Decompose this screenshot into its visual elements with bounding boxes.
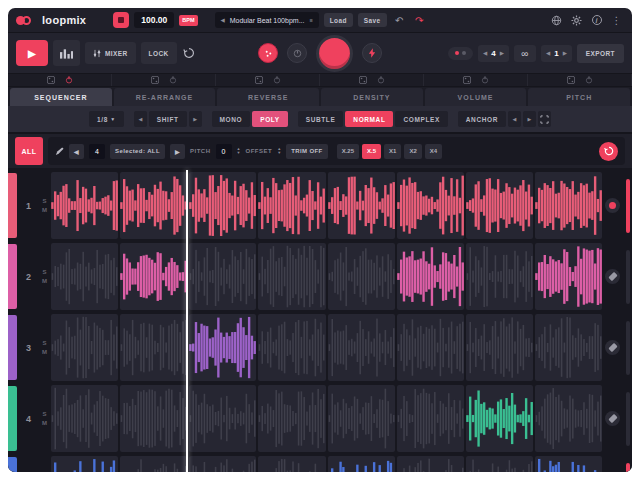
loop-cell[interactable]	[120, 314, 187, 381]
page-prev-icon[interactable]: ◀	[546, 50, 550, 56]
retrigger-button[interactable]	[599, 142, 618, 161]
loop-cell[interactable]	[466, 456, 533, 472]
loop-cell[interactable]	[120, 385, 187, 452]
bpm-display[interactable]: 100.00	[134, 12, 174, 28]
record-button[interactable]	[113, 12, 129, 28]
fx-trigger-button[interactable]	[362, 43, 382, 63]
loop-cell[interactable]	[51, 243, 118, 310]
settings-gear-icon[interactable]	[569, 13, 584, 28]
speed-x1[interactable]: X1	[384, 144, 401, 159]
poly-button[interactable]: POLY	[252, 111, 288, 127]
loop-cell[interactable]	[397, 243, 464, 310]
loop-cell[interactable]	[397, 314, 464, 381]
loop-cell[interactable]	[397, 172, 464, 239]
loop-infinite-button[interactable]: ∞	[514, 45, 536, 62]
save-button[interactable]: Save	[358, 13, 387, 27]
page-next-icon[interactable]: ▶	[563, 50, 567, 56]
solo-button[interactable]: S	[42, 269, 46, 275]
mute-button[interactable]: M	[42, 207, 47, 213]
undo-icon[interactable]: ↶	[392, 13, 407, 28]
loop-cell[interactable]	[466, 314, 533, 381]
bars-prev-icon[interactable]: ◀	[483, 50, 487, 56]
speed-x2[interactable]: X2	[404, 144, 421, 159]
mixer-button[interactable]: MIXER	[85, 42, 136, 64]
eraser-icon[interactable]	[605, 411, 620, 426]
tab-pitch[interactable]: PITCH	[528, 88, 630, 106]
subtle-button[interactable]: SUBTLE	[298, 111, 344, 127]
normal-button[interactable]: NORMAL	[345, 111, 393, 127]
export-button[interactable]: EXPORT	[577, 44, 624, 63]
pitch-stepper[interactable]: ▲▼	[237, 147, 241, 155]
dice-icon[interactable]	[47, 76, 55, 84]
track-number[interactable]: 4	[19, 384, 38, 453]
loop-cell[interactable]	[258, 456, 325, 472]
loop-cell[interactable]	[535, 314, 602, 381]
power-icon[interactable]	[377, 76, 385, 84]
speed-x5[interactable]: X.5	[362, 144, 381, 159]
globe-icon[interactable]	[549, 13, 564, 28]
track-color-strip[interactable]	[8, 457, 17, 472]
power-icon[interactable]	[65, 76, 73, 84]
prev-preset-icon[interactable]: ◀	[221, 17, 225, 23]
loop-cell[interactable]	[328, 172, 395, 239]
selection-prev-icon[interactable]: ◀	[69, 144, 84, 159]
loop-cell[interactable]	[328, 314, 395, 381]
power-icon[interactable]	[481, 76, 489, 84]
solo-button[interactable]: S	[42, 198, 46, 204]
page-dots[interactable]	[448, 47, 473, 60]
loop-cell[interactable]	[258, 243, 325, 310]
tab-reverse[interactable]: REVERSE	[217, 88, 319, 106]
dice-icon[interactable]	[463, 76, 471, 84]
bars-next-icon[interactable]: ▶	[500, 50, 504, 56]
track-color-strip[interactable]	[8, 386, 17, 451]
loop-cell[interactable]	[189, 172, 256, 239]
track-color-strip[interactable]	[8, 244, 17, 309]
expand-icon[interactable]	[538, 111, 551, 127]
anchor-button[interactable]: ANCHOR	[458, 111, 506, 127]
track-number[interactable]: 2	[19, 242, 38, 311]
shift-left-icon[interactable]: ◀	[134, 111, 147, 127]
complex-button[interactable]: COMPLEX	[395, 111, 447, 127]
track-color-strip[interactable]	[8, 315, 17, 380]
mode-knob[interactable]	[287, 43, 307, 63]
tab-re-arrange[interactable]: RE-ARRANGE	[114, 88, 216, 106]
playhead[interactable]	[186, 170, 188, 472]
dice-icon[interactable]	[567, 76, 575, 84]
sync-icon[interactable]	[182, 46, 197, 61]
page-stepper[interactable]: ◀ 1 ▶	[541, 45, 572, 62]
loop-cell[interactable]	[120, 172, 187, 239]
loop-cell[interactable]	[328, 243, 395, 310]
loop-cell[interactable]	[120, 456, 187, 472]
loop-cell[interactable]	[328, 385, 395, 452]
solo-button[interactable]: S	[42, 411, 46, 417]
play-button[interactable]: ▶	[16, 40, 48, 66]
loop-cell[interactable]	[189, 385, 256, 452]
selection-label[interactable]: Selected: ALL	[110, 144, 165, 159]
loop-cell[interactable]	[189, 314, 256, 381]
loop-cell[interactable]	[535, 172, 602, 239]
loop-cell[interactable]	[189, 456, 256, 472]
mono-button[interactable]: MONO	[212, 111, 251, 127]
preset-list-icon[interactable]: ≡	[309, 17, 312, 23]
loop-cell[interactable]	[51, 456, 118, 472]
loop-cell[interactable]	[120, 243, 187, 310]
tab-sequencer[interactable]: SEQUENCER	[10, 88, 112, 106]
loop-cell[interactable]	[466, 385, 533, 452]
loop-cell[interactable]	[466, 172, 533, 239]
mute-button[interactable]: M	[42, 349, 47, 355]
bars-stepper[interactable]: ◀ 4 ▶	[478, 45, 509, 62]
rate-select[interactable]: 1/8 ▼	[89, 111, 124, 127]
track-number[interactable]: 3	[19, 313, 38, 382]
loop-cell[interactable]	[258, 314, 325, 381]
speed-x4[interactable]: X4	[425, 144, 442, 159]
pencil-icon[interactable]	[55, 147, 64, 156]
loop-cell[interactable]	[51, 172, 118, 239]
trim-toggle[interactable]: TRIM OFF	[286, 144, 328, 159]
loop-cell[interactable]	[258, 385, 325, 452]
speed-x25[interactable]: X.25	[337, 144, 359, 159]
anchor-right-icon[interactable]: ▶	[523, 111, 536, 127]
dice-icon[interactable]	[359, 76, 367, 84]
select-all-button[interactable]: ALL	[15, 137, 43, 165]
preset-selector[interactable]: ◀ Modular Beat 100bpm... ≡	[215, 12, 319, 28]
tab-volume[interactable]: VOLUME	[425, 88, 527, 106]
